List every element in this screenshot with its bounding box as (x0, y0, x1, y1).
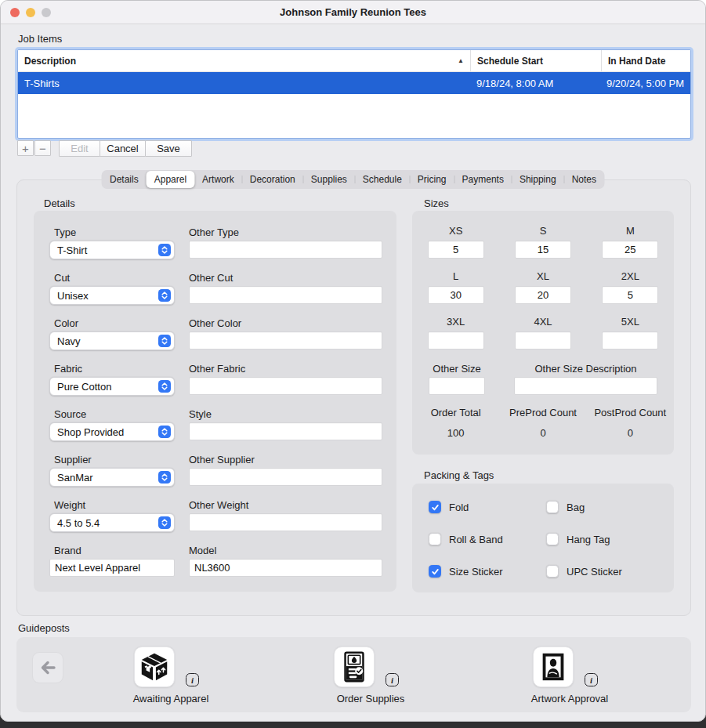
hang-tag-checkbox[interactable] (546, 533, 559, 545)
size-sticker-checkbox[interactable] (429, 565, 441, 578)
weight-dropdown[interactable]: 4.5 to 5.4 (49, 513, 175, 532)
other-supplier-label: Other Supplier (189, 454, 255, 465)
edit-button[interactable]: Edit (59, 140, 100, 157)
other-cut-label: Other Cut (189, 272, 233, 284)
awaiting-apparel-info-icon[interactable]: i (186, 673, 199, 686)
cell-description: T-Shirts (18, 78, 470, 89)
back-button[interactable] (32, 652, 63, 683)
bag-checkbox[interactable] (546, 501, 559, 513)
column-header-in-hand-date[interactable]: In Hand Date (602, 50, 690, 71)
source-dropdown[interactable]: Shop Provided (49, 422, 175, 441)
size-3xl-input[interactable] (428, 331, 484, 350)
tab-artwork[interactable]: Artwork (194, 171, 242, 188)
up-down-chevrons-icon (158, 516, 171, 529)
size-2xl-input[interactable] (602, 286, 658, 304)
tab-pricing[interactable]: Pricing (410, 171, 454, 188)
other-color-input[interactable] (189, 331, 382, 350)
column-header-schedule-start[interactable]: Schedule Start (471, 50, 602, 71)
size-xl-label: XL (499, 270, 586, 282)
table-row[interactable]: T-Shirts 9/18/24, 8:00 AM 9/20/24, 5:00 … (18, 72, 690, 94)
size-s-input[interactable] (515, 241, 571, 259)
other-size-input[interactable] (429, 377, 485, 395)
fold-checkbox[interactable] (429, 501, 441, 513)
size-5xl-input[interactable] (602, 331, 658, 350)
up-down-chevrons-icon (158, 289, 171, 302)
model-input[interactable] (189, 559, 382, 577)
order-supplies-button[interactable] (334, 647, 375, 687)
tab-payments[interactable]: Payments (454, 171, 512, 188)
size-m-input[interactable] (602, 241, 658, 259)
details-panel: Type T-Shirt Other Type Cut Unisex Other… (34, 211, 396, 592)
size-2xl-label: 2XL (587, 270, 674, 282)
sizes-panel: XS S M L XL 2XL 3XL 4XL 5XL (412, 211, 674, 455)
supplier-dropdown[interactable]: SanMar (49, 468, 175, 487)
size-xl-input[interactable] (515, 286, 571, 304)
cancel-button[interactable]: Cancel (100, 140, 146, 157)
packing-section-label: Packing & Tags (424, 469, 494, 481)
cell-in-hand-date: 9/20/24, 5:00 PM (600, 78, 690, 89)
order-supplies-info-icon[interactable]: i (386, 673, 399, 686)
size-s-label: S (499, 225, 586, 237)
job-items-label: Job Items (18, 33, 62, 45)
size-4xl-label: 4XL (499, 316, 586, 328)
other-cut-input[interactable] (189, 286, 382, 304)
type-dropdown[interactable]: T-Shirt (49, 241, 175, 259)
hang-tag-label: Hang Tag (567, 534, 610, 545)
other-weight-label: Other Weight (189, 499, 248, 511)
cell-schedule-start: 9/18/24, 8:00 AM (470, 78, 600, 89)
remove-item-button[interactable]: − (34, 140, 51, 156)
bag-label: Bag (567, 502, 585, 513)
tab-details[interactable]: Details (102, 171, 147, 188)
preprod-count-label: PreProd Count (499, 407, 586, 418)
brand-label: Brand (54, 545, 81, 556)
tab-apparel[interactable]: Apparel (147, 171, 194, 188)
package-icon (138, 650, 171, 683)
awaiting-apparel-button[interactable] (134, 647, 175, 687)
fabric-dropdown[interactable]: Pure Cotton (49, 377, 175, 396)
sizes-section-label: Sizes (424, 197, 449, 209)
other-weight-input[interactable] (189, 513, 382, 531)
other-type-label: Other Type (189, 226, 239, 238)
add-item-button[interactable]: + (17, 140, 34, 156)
supplier-label: Supplier (54, 454, 92, 465)
weight-label: Weight (54, 499, 85, 511)
tab-notes[interactable]: Notes (564, 171, 604, 188)
other-fabric-input[interactable] (189, 377, 382, 395)
artwork-approval-info-icon[interactable]: i (585, 673, 598, 686)
up-down-chevrons-icon (158, 380, 171, 393)
other-type-input[interactable] (189, 241, 382, 259)
preprod-count-value: 0 (499, 427, 586, 439)
cut-dropdown[interactable]: Unisex (49, 286, 175, 305)
title-bar: Johnson Family Reunion Tees (1, 1, 705, 24)
order-total-label: Order Total (412, 407, 499, 418)
order-total-value: 100 (412, 427, 499, 439)
fold-label: Fold (449, 502, 469, 513)
other-size-description-input[interactable] (514, 377, 657, 395)
column-header-description[interactable]: Description ▲ (18, 50, 471, 71)
save-button[interactable]: Save (145, 140, 192, 157)
up-down-chevrons-icon (158, 426, 171, 438)
upc-sticker-checkbox[interactable] (546, 565, 559, 578)
checkmark-icon (431, 567, 440, 576)
roll-and-band-checkbox[interactable] (429, 533, 441, 545)
brand-input[interactable] (49, 559, 175, 577)
roll-and-band-label: Roll & Band (449, 534, 503, 545)
size-xs-input[interactable] (428, 241, 484, 259)
style-label: Style (189, 408, 212, 420)
tab-decoration[interactable]: Decoration (242, 171, 303, 188)
tab-schedule[interactable]: Schedule (355, 171, 410, 188)
artwork-approval-button[interactable] (533, 647, 574, 687)
color-dropdown[interactable]: Navy (49, 331, 175, 350)
tab-shipping[interactable]: Shipping (512, 171, 564, 188)
upc-sticker-label: UPC Sticker (567, 566, 622, 578)
up-down-chevrons-icon (158, 244, 171, 256)
job-items-table: Description ▲ Schedule Start In Hand Dat… (17, 49, 691, 139)
other-color-label: Other Color (189, 317, 241, 329)
other-size-description-label: Other Size Description (514, 363, 657, 375)
order-supplies-label: Order Supplies (304, 693, 437, 704)
other-supplier-input[interactable] (189, 468, 382, 486)
style-input[interactable] (189, 422, 382, 440)
size-l-input[interactable] (428, 286, 484, 304)
tab-supplies[interactable]: Supplies (303, 171, 355, 188)
size-4xl-input[interactable] (515, 331, 571, 350)
